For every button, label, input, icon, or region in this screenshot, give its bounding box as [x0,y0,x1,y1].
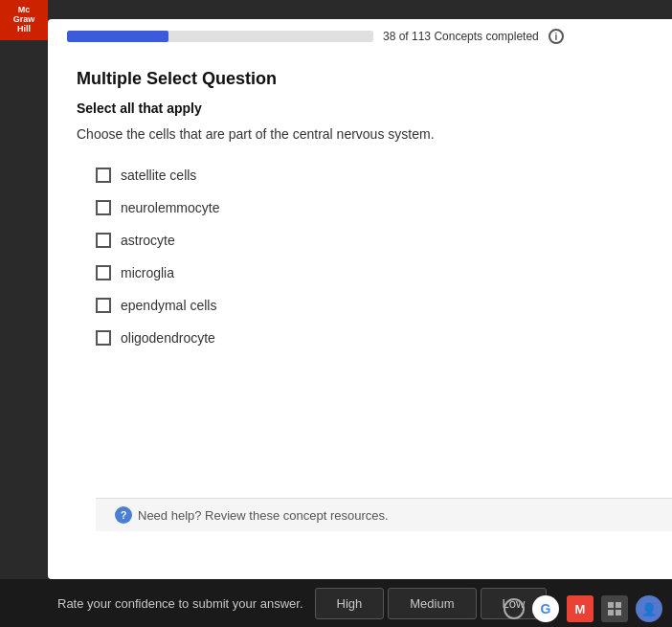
option-item-1[interactable]: satellite cells [96,168,624,183]
option-label-2: neurolemmocyte [121,200,220,215]
progress-section: 38 of 113 Concepts completed i [48,19,672,52]
apps-icon[interactable] [601,595,628,622]
need-help-bar[interactable]: ? Need help? Review these concept resour… [96,498,672,531]
option-label-3: astrocyte [121,233,175,248]
checkbox-3[interactable] [96,233,111,248]
progress-bar-container [67,31,373,42]
info-icon[interactable]: i [549,29,564,44]
question-text: Choose the cells that are part of the ce… [77,125,643,145]
checkbox-1[interactable] [96,168,111,183]
checkbox-4[interactable] [96,265,111,280]
google-icon[interactable]: G [532,595,559,622]
question-area: Multiple Select Question Select all that… [48,52,672,372]
option-label-5: ependymal cells [121,298,216,313]
windows-circle-icon [504,598,525,619]
question-type: Multiple Select Question [77,69,643,89]
mcgrawhill-logo: McGrawHill [0,0,48,40]
options-list: satellite cells neurolemmocyte astrocyte… [77,168,643,346]
option-item-6[interactable]: oligodendrocyte [96,330,624,346]
option-label-6: oligodendrocyte [121,330,215,346]
question-instruction: Select all that apply [77,101,643,116]
confidence-high-button[interactable]: High [315,588,385,619]
option-label-1: satellite cells [121,168,196,183]
mail-icon[interactable]: M [567,595,594,622]
option-item-4[interactable]: microglia [96,265,624,280]
progress-text: 38 of 113 Concepts completed [383,30,539,43]
checkbox-5[interactable] [96,298,111,313]
option-item-3[interactable]: astrocyte [96,233,624,248]
option-label-4: microglia [121,265,174,280]
bottom-bar: Rate your confidence to submit your answ… [0,579,672,627]
checkbox-6[interactable] [96,330,111,346]
progress-bar-fill [67,31,168,42]
need-help-icon: ? [115,506,132,524]
checkbox-2[interactable] [96,200,111,215]
profile-icon[interactable]: 👤 [636,595,662,622]
need-help-text: Need help? Review these concept resource… [138,508,389,523]
confidence-medium-button[interactable]: Medium [388,588,476,619]
option-item-2[interactable]: neurolemmocyte [96,200,624,215]
question-card: 38 of 113 Concepts completed i Multiple … [48,19,672,579]
confidence-label: Rate your confidence to submit your answ… [57,596,303,611]
option-item-5[interactable]: ependymal cells [96,298,624,313]
taskbar-icons: G M 👤 [504,595,662,622]
